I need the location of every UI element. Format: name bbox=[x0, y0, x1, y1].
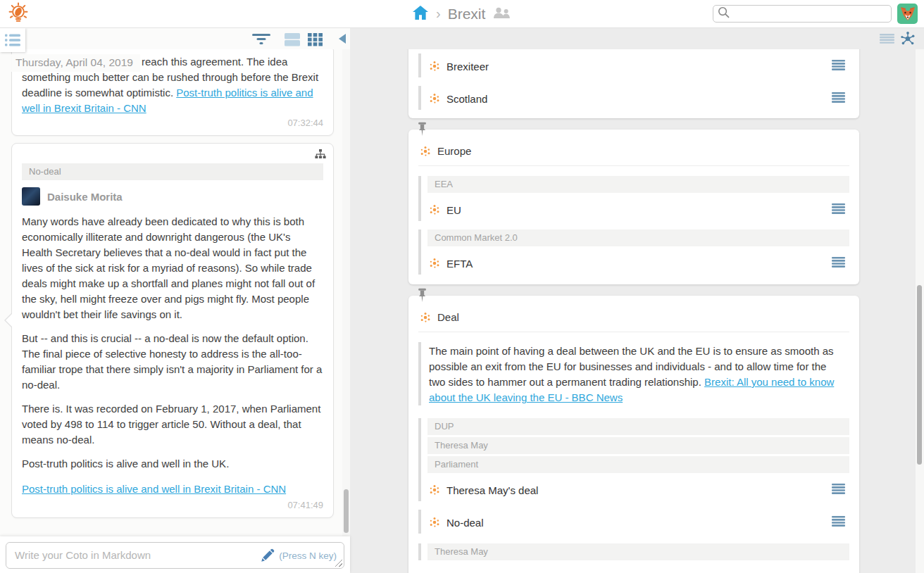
cotonoma-label: Theresa May's deal bbox=[447, 484, 832, 496]
cotonoma-label: Brexiteer bbox=[447, 61, 832, 73]
pinned-toolbar bbox=[350, 28, 924, 49]
members-icon bbox=[492, 7, 511, 22]
timeline-scroll-area: Thursday, April 04, 2019 reach this agre… bbox=[0, 49, 342, 536]
collapse-panel-icon[interactable] bbox=[339, 34, 346, 44]
cotonoma-row[interactable]: Scotland bbox=[427, 86, 849, 110]
row-menu-icon[interactable] bbox=[832, 484, 845, 497]
pinned-group: DUP Theresa May Parliament Theresa May's… bbox=[418, 418, 849, 501]
graph-view-icon[interactable] bbox=[900, 31, 916, 49]
author-row: Daisuke Morita bbox=[22, 187, 323, 206]
pinned-card: Deal The main point of having a deal bet… bbox=[408, 296, 859, 573]
row-menu-icon[interactable] bbox=[832, 516, 845, 529]
sub-cotonoma-bar[interactable]: Theresa May bbox=[427, 543, 849, 560]
cotonoma-icon bbox=[420, 146, 431, 157]
pinned-group: No-deal bbox=[418, 510, 849, 534]
document-view-icon[interactable] bbox=[880, 34, 894, 46]
pinned-group: Scotland bbox=[418, 86, 849, 110]
coto-card[interactable]: No-deal Daisuke Morita Many words have a… bbox=[11, 143, 334, 518]
cotonoma-icon bbox=[429, 93, 440, 104]
cotonoma-icon bbox=[429, 484, 440, 496]
account-avatar[interactable] bbox=[897, 4, 918, 24]
pinned-group: EEA EU bbox=[418, 176, 849, 221]
coto-link[interactable]: Post-truth politics is alive and well in… bbox=[22, 483, 286, 495]
cotonoma-label: No-deal bbox=[447, 517, 832, 529]
cotonoma-icon bbox=[429, 258, 440, 269]
row-menu-icon[interactable] bbox=[832, 257, 845, 270]
traverse-icon[interactable] bbox=[315, 149, 326, 162]
pinned-group: The main point of having a deal between … bbox=[418, 342, 849, 405]
filter-icon[interactable] bbox=[252, 32, 270, 48]
cotonoma-row[interactable]: EU bbox=[427, 197, 849, 221]
sub-cotonoma-bar[interactable]: Theresa May bbox=[427, 437, 849, 454]
coto-paragraph: There is. It was recorded on February 1,… bbox=[22, 401, 323, 448]
pinned-coto-text: The main point of having a deal between … bbox=[427, 342, 849, 405]
pinned-cotonoma-title: Deal bbox=[437, 311, 459, 323]
search-icon bbox=[718, 6, 730, 21]
coto-editor: (Press N key) bbox=[6, 542, 344, 569]
author-avatar bbox=[22, 187, 40, 206]
coto-connection-arrow bbox=[4, 313, 12, 328]
sub-cotonoma-bar[interactable]: Common Market 2.0 bbox=[427, 229, 849, 246]
cotonoma-row[interactable]: EFTA bbox=[427, 251, 849, 275]
grid-view-icon[interactable] bbox=[308, 32, 323, 49]
pinned-card: Europe EEA EU Common Market 2.0 bbox=[408, 130, 859, 284]
cotonoma-label: EU bbox=[447, 204, 832, 216]
pinned-panel: Brexiteer Scotland bbox=[350, 28, 924, 573]
coto-paragraph: Many words have already been dedicated t… bbox=[22, 214, 323, 322]
cotonoma-icon bbox=[429, 61, 440, 72]
app-header: › Brexit bbox=[0, 0, 924, 28]
cotonoma-label: EFTA bbox=[447, 258, 832, 270]
timeline-scrollbar-thumb[interactable] bbox=[344, 489, 349, 533]
pinned-scrollbar[interactable] bbox=[916, 49, 924, 573]
cotonoma-icon bbox=[429, 517, 440, 528]
nav-menu-button[interactable] bbox=[0, 28, 25, 52]
breadcrumb: › Brexit bbox=[412, 0, 511, 28]
pinned-group: Theresa May bbox=[418, 543, 849, 560]
timeline-toolbar bbox=[0, 28, 350, 49]
pin-icon bbox=[417, 288, 427, 306]
sub-cotonoma-bar[interactable]: Parliament bbox=[427, 456, 849, 473]
row-menu-icon[interactable] bbox=[832, 203, 845, 217]
date-header: Thursday, April 04, 2019 bbox=[10, 54, 140, 72]
list-icon bbox=[5, 34, 20, 46]
search-box bbox=[713, 5, 892, 23]
cotonoma-icon bbox=[420, 312, 431, 323]
cotonoma-row[interactable]: No-deal bbox=[427, 510, 849, 534]
editor-shortcut-hint: (Press N key) bbox=[279, 550, 337, 561]
timeline-panel: Thursday, April 04, 2019 reach this agre… bbox=[0, 28, 350, 573]
cotonoma-title[interactable]: Brexit bbox=[448, 6, 486, 23]
pinned-scrollbar-thumb[interactable] bbox=[917, 285, 922, 465]
cotoami-app: › Brexit bbox=[0, 0, 924, 573]
chevron-right-icon: › bbox=[436, 6, 441, 20]
timeline-scrollbar[interactable] bbox=[342, 49, 350, 536]
pinned-card: Brexiteer Scotland bbox=[408, 49, 859, 118]
coto-timestamp: 07:32:44 bbox=[22, 118, 323, 128]
pinned-group: Brexiteer bbox=[418, 53, 849, 77]
editor-hint: (Press N key) bbox=[261, 548, 337, 562]
sub-cotonoma-bar[interactable]: DUP bbox=[427, 418, 849, 435]
coto-timestamp: 07:41:49 bbox=[22, 500, 323, 510]
search-input[interactable] bbox=[733, 8, 887, 20]
row-menu-icon[interactable] bbox=[832, 60, 845, 73]
stream-view-icon[interactable] bbox=[285, 32, 300, 49]
coto-paragraph: Post-truth politics is alive and well in… bbox=[22, 456, 323, 472]
sub-cotonoma-bar[interactable]: EEA bbox=[427, 176, 849, 193]
coto-paragraph: But -- and this is crucial -- a no-deal … bbox=[22, 331, 323, 393]
pinned-group: Common Market 2.0 EFTA bbox=[418, 229, 849, 275]
pinned-cotonoma-header[interactable]: Deal bbox=[418, 303, 849, 332]
cotonoma-tag[interactable]: No-deal bbox=[22, 163, 323, 180]
row-menu-icon[interactable] bbox=[832, 92, 845, 106]
coto-editor-bar: (Press N key) bbox=[0, 536, 350, 573]
cotonoma-row[interactable]: Theresa May's deal bbox=[427, 477, 849, 501]
cotonoma-row[interactable]: Brexiteer bbox=[427, 53, 849, 77]
home-icon[interactable] bbox=[412, 5, 429, 23]
pinned-cotonoma-header[interactable]: Europe bbox=[418, 137, 849, 166]
pin-icon bbox=[417, 122, 427, 139]
cotonoma-label: Scotland bbox=[447, 93, 832, 105]
pencil-icon bbox=[261, 548, 275, 562]
app-logo-icon[interactable] bbox=[6, 2, 31, 26]
pinned-scroll-area: Brexiteer Scotland bbox=[350, 49, 924, 573]
cotonoma-icon bbox=[429, 204, 440, 215]
author-name: Daisuke Morita bbox=[47, 191, 123, 203]
pinned-cotonoma-title: Europe bbox=[437, 145, 471, 157]
